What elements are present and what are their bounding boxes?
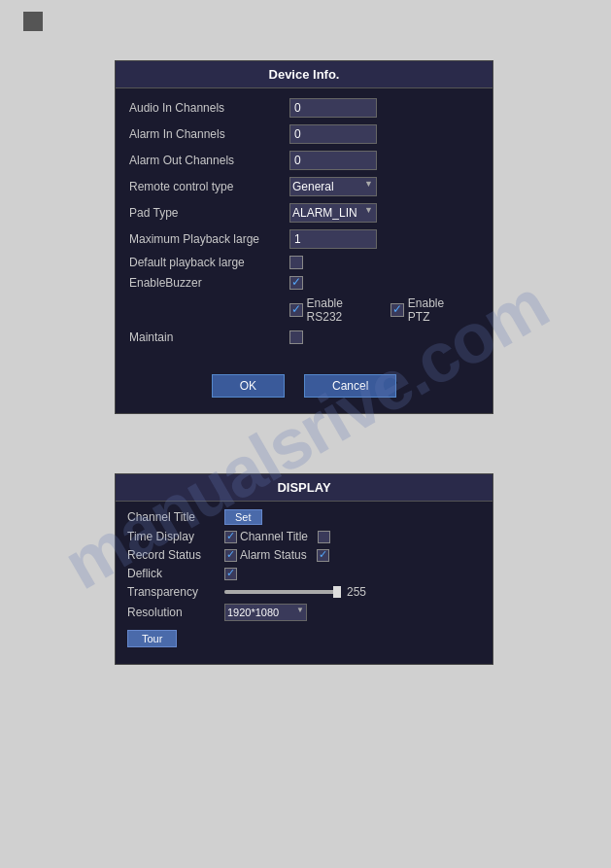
- ok-button[interactable]: OK: [212, 374, 285, 398]
- time-display-row: Time Display Channel Title: [127, 530, 481, 543]
- pad-type-row: Pad Type ALARM_LIN: [129, 203, 479, 223]
- top-square-icon: [23, 12, 43, 31]
- deflick-label: Deflick: [127, 567, 224, 580]
- remote-control-type-row: Remote control type General: [129, 177, 479, 196]
- remote-control-type-label: Remote control type: [129, 180, 289, 193]
- maintain-label: Maintain: [129, 330, 289, 344]
- record-status-row: Record Status Alarm Status: [127, 548, 481, 562]
- pad-type-label: Pad Type: [129, 206, 289, 220]
- enable-buzzer-row: EnableBuzzer: [129, 276, 479, 290]
- default-playback-label: Default playback large: [129, 256, 289, 269]
- rs232-ptz-row: Enable RS232 Enable PTZ: [129, 296, 479, 324]
- resolution-label: Resolution: [127, 606, 224, 619]
- deflick-row: Deflick: [127, 567, 481, 580]
- transparency-slider-thumb[interactable]: [333, 586, 341, 598]
- resolution-select[interactable]: 1920*1080 1280*720 1024*768: [224, 604, 307, 621]
- transparency-label: Transparency: [127, 585, 224, 599]
- tour-button[interactable]: Tour: [127, 630, 177, 647]
- audio-in-channels-row: Audio In Channels: [129, 98, 479, 118]
- default-playback-row: Default playback large: [129, 256, 479, 269]
- pad-type-select[interactable]: ALARM_LIN: [289, 203, 377, 223]
- max-playback-row: Maximum Playback large: [129, 229, 479, 249]
- alarm-out-channels-row: Alarm Out Channels: [129, 151, 479, 170]
- channel-title-set-button[interactable]: Set: [224, 509, 262, 525]
- transparency-slider-track[interactable]: [224, 590, 341, 594]
- audio-in-channels-input[interactable]: [289, 98, 377, 118]
- alarm-status-checkbox[interactable]: [317, 549, 329, 562]
- channel-title-check-checkbox[interactable]: [318, 531, 330, 543]
- alarm-out-channels-label: Alarm Out Channels: [129, 154, 289, 167]
- alarm-in-channels-label: Alarm In Channels: [129, 127, 289, 141]
- enable-rs232-label: Enable RS232: [307, 296, 380, 324]
- time-display-checkbox[interactable]: [224, 531, 237, 543]
- resolution-select-wrapper: 1920*1080 1280*720 1024*768: [224, 604, 307, 621]
- remote-control-type-select-wrapper: General: [289, 177, 377, 196]
- audio-in-channels-label: Audio In Channels: [129, 101, 289, 115]
- transparency-row: Transparency 255: [127, 585, 481, 599]
- dialog1-body: Audio In Channels Alarm In Channels Alar…: [116, 88, 492, 361]
- enable-buzzer-label: EnableBuzzer: [129, 276, 289, 290]
- device-info-dialog: Device Info. Audio In Channels Alarm In …: [115, 60, 493, 414]
- cancel-button[interactable]: Cancel: [304, 374, 396, 398]
- enable-ptz-label: Enable PTZ: [408, 296, 467, 324]
- enable-rs232-checkbox[interactable]: [289, 303, 303, 317]
- maintain-checkbox[interactable]: [289, 330, 303, 344]
- alarm-out-channels-input[interactable]: [289, 151, 377, 170]
- display-dialog: DISPLAY Channel Title Set Time Display C…: [115, 473, 493, 665]
- time-display-label: Time Display: [127, 530, 224, 543]
- transparency-value: 255: [347, 585, 366, 599]
- record-status-label: Record Status: [127, 548, 224, 562]
- tour-row: Tour: [127, 626, 481, 647]
- pad-type-select-wrapper: ALARM_LIN: [289, 203, 377, 223]
- alarm-in-channels-row: Alarm In Channels: [129, 124, 479, 144]
- default-playback-checkbox[interactable]: [289, 256, 303, 269]
- channel-title-row: Channel Title Set: [127, 509, 481, 525]
- channel-title-label: Channel Title: [127, 510, 224, 524]
- dialog1-title: Device Info.: [116, 61, 492, 88]
- deflick-checkbox[interactable]: [224, 568, 237, 580]
- alarm-in-channels-input[interactable]: [289, 124, 377, 144]
- max-playback-input[interactable]: [289, 229, 377, 249]
- dialog2-body: Channel Title Set Time Display Channel T…: [116, 502, 492, 664]
- remote-control-type-select[interactable]: General: [289, 177, 377, 196]
- record-status-checkbox[interactable]: [224, 549, 237, 562]
- enable-ptz-checkbox[interactable]: [390, 303, 404, 317]
- max-playback-label: Maximum Playback large: [129, 232, 289, 246]
- transparency-slider-fill: [224, 590, 341, 594]
- dialog1-buttons: OK Cancel: [116, 361, 492, 413]
- alarm-status-label: Alarm Status: [240, 548, 307, 562]
- maintain-row: Maintain: [129, 330, 479, 344]
- enable-buzzer-checkbox[interactable]: [289, 276, 303, 290]
- channel-title-inline-label: Channel Title: [240, 530, 308, 543]
- dialog2-title: DISPLAY: [116, 474, 492, 502]
- resolution-row: Resolution 1920*1080 1280*720 1024*768: [127, 604, 481, 621]
